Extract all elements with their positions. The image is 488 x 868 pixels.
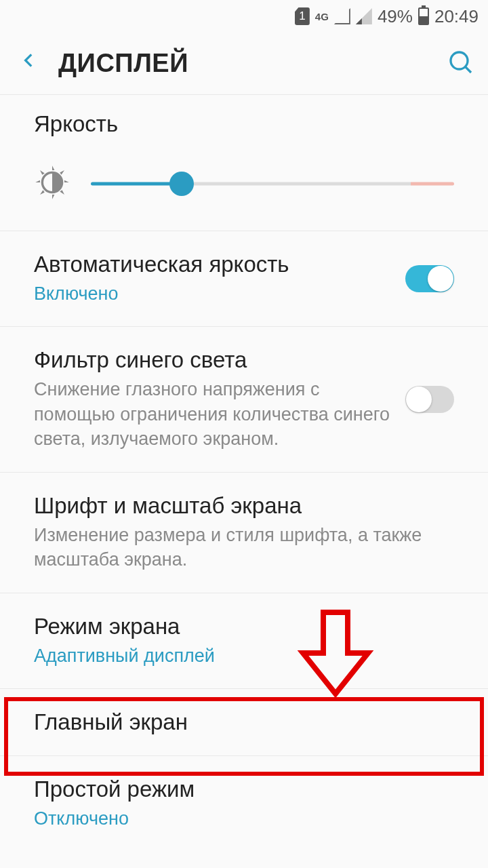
app-bar: ДИСПЛЕЙ [0,33,488,95]
svg-marker-4 [35,180,40,182]
svg-marker-3 [52,195,54,199]
page-title: ДИСПЛЕЙ [58,49,447,78]
home-screen-label: Главный экран [34,709,454,735]
auto-brightness-status: Включено [34,281,392,306]
auto-brightness-label: Автоматическая яркость [34,252,392,277]
svg-marker-5 [64,180,69,182]
brightness-section: Яркость [0,95,488,231]
easy-mode-label: Простой режим [34,776,454,802]
svg-line-1 [466,66,471,72]
svg-point-0 [451,52,468,69]
screen-mode-value: Адаптивный дисплей [34,644,454,668]
font-scale-label: Шрифт и масштаб экрана [34,493,454,519]
sim-icon: 1 [295,7,310,25]
blue-light-label: Фильтр синего света [34,347,392,373]
svg-marker-9 [40,190,45,195]
svg-marker-7 [60,190,64,195]
search-icon[interactable] [447,49,474,79]
blue-light-toggle[interactable] [405,386,454,413]
clock: 20:49 [434,6,479,27]
auto-brightness-toggle[interactable] [405,265,454,292]
back-icon[interactable] [20,47,58,80]
status-bar: 1 4G 49% 20:49 [0,0,488,33]
brightness-slider[interactable] [91,174,454,194]
signal-2-icon [356,8,372,24]
screen-mode-label: Режим экрана [34,614,454,639]
network-type: 4G [315,12,329,22]
blue-light-filter-item[interactable]: Фильтр синего света Снижение глазного на… [0,327,488,472]
signal-1-icon [334,8,350,24]
slider-thumb[interactable] [169,172,194,196]
battery-percent: 49% [378,6,413,27]
screen-mode-item[interactable]: Режим экрана Адаптивный дисплей [0,593,488,689]
brightness-label: Яркость [34,111,454,137]
svg-marker-6 [40,170,45,175]
brightness-gear-icon [34,164,70,203]
auto-brightness-item[interactable]: Автоматическая яркость Включено [0,231,488,327]
font-scale-item[interactable]: Шрифт и масштаб экрана Изменение размера… [0,473,488,593]
font-scale-desc: Изменение размера и стиля шрифта, а такж… [34,523,454,572]
easy-mode-item[interactable]: Простой режим Отключено [0,756,488,851]
svg-marker-2 [52,165,54,170]
battery-icon [418,7,429,25]
home-screen-item[interactable]: Главный экран [0,689,488,756]
blue-light-desc: Снижение глазного напряжения с помощью о… [34,377,392,451]
easy-mode-status: Отключено [34,806,454,831]
svg-marker-8 [60,170,64,175]
